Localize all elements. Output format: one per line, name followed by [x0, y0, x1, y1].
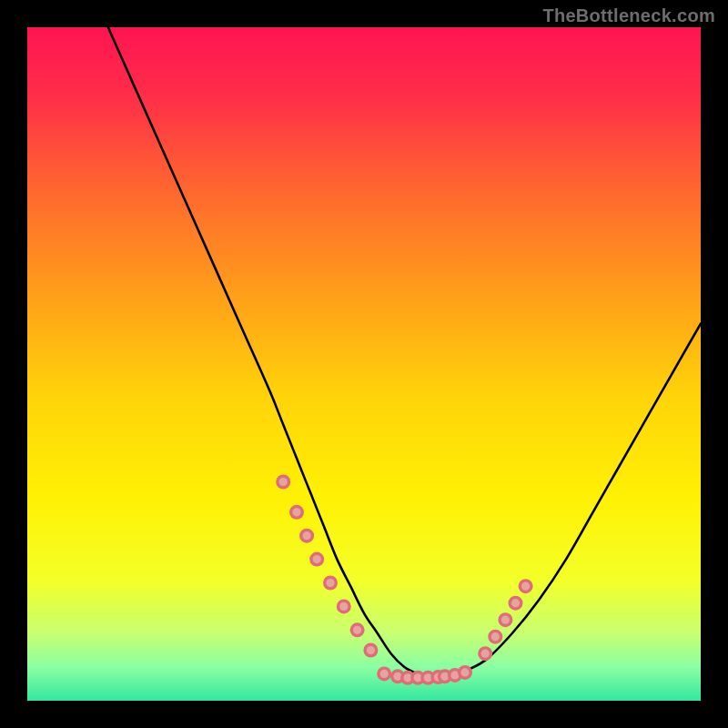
svg-point-6	[303, 531, 311, 540]
svg-point-12	[339, 602, 348, 611]
svg-point-20	[393, 672, 401, 681]
svg-point-2	[279, 478, 288, 486]
svg-point-18	[380, 670, 389, 678]
marker-dot	[276, 475, 290, 490]
svg-point-36	[481, 650, 490, 658]
marker-dot	[509, 596, 523, 611]
marker-dot	[289, 505, 304, 520]
svg-point-44	[521, 582, 530, 591]
marker-dot	[488, 630, 502, 644]
marker-dot	[337, 599, 351, 613]
marker-dot	[309, 552, 324, 567]
svg-point-14	[353, 626, 361, 634]
marker-dot	[498, 612, 512, 627]
svg-point-40	[501, 616, 510, 624]
svg-point-34	[460, 668, 469, 676]
watermark-text: TheBottleneck.com	[542, 5, 715, 26]
marker-dot	[377, 666, 391, 681]
svg-point-10	[326, 579, 334, 587]
marker-dot	[350, 622, 365, 637]
svg-point-38	[491, 632, 500, 641]
marker-dot	[323, 576, 338, 591]
svg-point-30	[440, 672, 449, 681]
marker-dot	[478, 646, 492, 661]
svg-point-42	[511, 599, 520, 607]
svg-point-4	[292, 508, 300, 516]
marker-dot	[519, 579, 533, 593]
marker-dot	[458, 665, 472, 680]
svg-point-16	[367, 646, 375, 654]
marker-dot	[299, 529, 314, 543]
svg-point-8	[313, 555, 321, 563]
chart-stage: TheBottleneck.com	[0, 0, 728, 728]
chart-plot-area	[27, 27, 701, 701]
data-markers	[27, 27, 701, 701]
marker-dot	[363, 643, 378, 658]
